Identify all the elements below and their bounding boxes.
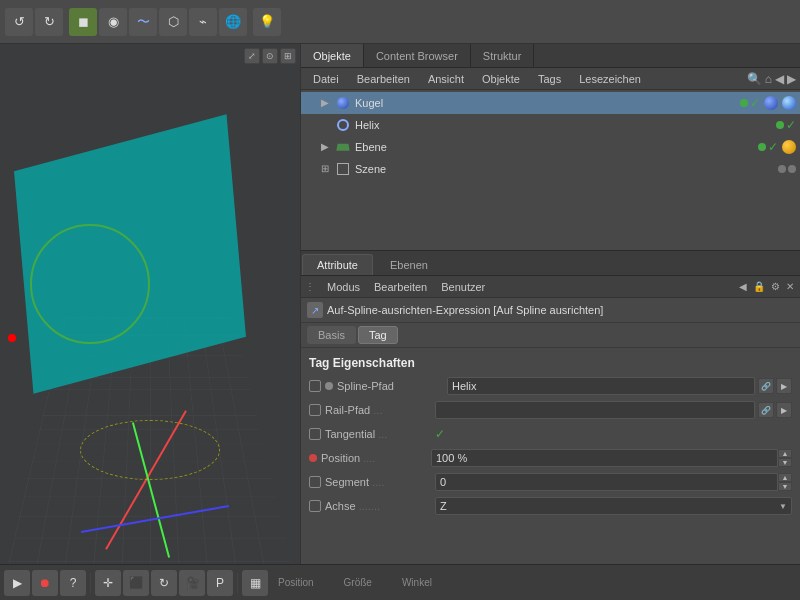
select-achse-value: Z xyxy=(440,500,447,512)
expand-icon-helix xyxy=(321,119,333,131)
spin-up-position[interactable]: ▲ xyxy=(778,449,792,458)
basis-tab-tag[interactable]: Tag xyxy=(358,326,398,344)
sphere-icon[interactable]: ◉ xyxy=(99,8,127,36)
objects-list: ▶ Kugel ✓ Helix xyxy=(301,90,800,250)
spin-up-segment[interactable]: ▲ xyxy=(778,473,792,482)
home-icon[interactable]: ⌂ xyxy=(765,72,772,86)
object-name-helix: Helix xyxy=(355,119,776,131)
move-icon[interactable]: ✛ xyxy=(95,570,121,596)
bottom-sep-2 xyxy=(237,573,238,593)
checkbox-segment[interactable] xyxy=(309,476,321,488)
nav-back-icon[interactable]: ◀ xyxy=(775,72,784,86)
flag-visible-kugel xyxy=(740,99,748,107)
expr-title: ↗ Auf-Spline-ausrichten-Expression [Auf … xyxy=(301,298,800,323)
viewport-cam-icon[interactable]: ⊙ xyxy=(262,48,278,64)
nav-forward-icon[interactable]: ▶ xyxy=(787,72,796,86)
deform-icon[interactable]: ⌁ xyxy=(189,8,217,36)
btns-rail-pfad: 🔗 ▶ xyxy=(758,402,792,418)
tab-struktur[interactable]: Struktur xyxy=(471,44,535,67)
prop-row-segment: Segment .... ▲ ▼ xyxy=(301,470,800,494)
object-row-helix[interactable]: Helix ✓ xyxy=(301,114,800,136)
attr-toolbar: ⋮ Modus Bearbeiten Benutzer ◀ 🔒 ⚙ ✕ xyxy=(301,276,800,298)
main-layout: ⤢ ⊙ ⊞ 160 180 200 B ▶ Objekte Content Br… xyxy=(0,44,800,600)
segment-input-area: ▲ ▼ xyxy=(435,473,792,491)
value-tangential: ✓ xyxy=(435,427,445,441)
rotate-icon[interactable]: ↻ xyxy=(151,570,177,596)
menu-tags[interactable]: Tags xyxy=(530,71,569,87)
position-input-area: ▲ ▼ xyxy=(431,449,792,467)
btn-rail-link[interactable]: 🔗 xyxy=(758,402,774,418)
scale-icon[interactable]: ⬛ xyxy=(123,570,149,596)
label-spline-pfad: Spline-Pfad xyxy=(337,380,447,392)
basis-tab-basis[interactable]: Basis xyxy=(307,326,356,344)
light-icon[interactable]: 💡 xyxy=(253,8,281,36)
btn-rail-arrow[interactable]: ▶ xyxy=(776,402,792,418)
object-row-ebene[interactable]: ▶ Ebene ✓ xyxy=(301,136,800,158)
tab-attribute[interactable]: Attribute xyxy=(302,254,373,275)
menu-datei[interactable]: Datei xyxy=(305,71,347,87)
spline-icon[interactable]: 〜 xyxy=(129,8,157,36)
redo-icon[interactable]: ↻ xyxy=(35,8,63,36)
checkbox-rail-pfad[interactable] xyxy=(309,404,321,416)
checkbox-achse[interactable] xyxy=(309,500,321,512)
attr-menu-bearbeiten[interactable]: Bearbeiten xyxy=(368,281,433,293)
prop-row-tangential: Tangential ... ✓ xyxy=(301,422,800,446)
object-flags-szene xyxy=(778,165,796,173)
value-rail-pfad[interactable] xyxy=(435,401,755,419)
menu-lesezeichen[interactable]: Lesezeichen xyxy=(571,71,649,87)
spin-segment: ▲ ▼ xyxy=(778,473,792,491)
tab-content-browser[interactable]: Content Browser xyxy=(364,44,471,67)
attr-prev-btn[interactable]: ◀ xyxy=(737,281,749,292)
bottom-label-groesse: Größe xyxy=(344,577,372,588)
label-rail-pfad: Rail-Pfad ... xyxy=(325,404,435,416)
btn-spline-link[interactable]: 🔗 xyxy=(758,378,774,394)
viewport-move-icon[interactable]: ⤢ xyxy=(244,48,260,64)
cube-icon[interactable]: ◼ xyxy=(69,8,97,36)
tab-ebenen[interactable]: Ebenen xyxy=(375,254,443,275)
flag-check-helix: ✓ xyxy=(786,118,796,132)
attr-menu-benutzer[interactable]: Benutzer xyxy=(435,281,491,293)
question-icon[interactable]: ? xyxy=(60,570,86,596)
flag-visible-ebene xyxy=(758,143,766,151)
key-icon[interactable]: P xyxy=(207,570,233,596)
menu-objekte[interactable]: Objekte xyxy=(474,71,528,87)
object-row-szene[interactable]: ⊞ Szene xyxy=(301,158,800,180)
spin-down-position[interactable]: ▼ xyxy=(778,458,792,467)
camera2-icon[interactable]: 🎥 xyxy=(179,570,205,596)
checkbox-spline-pfad[interactable] xyxy=(309,380,321,392)
object-row-kugel[interactable]: ▶ Kugel ✓ xyxy=(301,92,800,114)
expand-icon-szene: ⊞ xyxy=(321,163,333,175)
label-achse: Achse ....... xyxy=(325,500,435,512)
undo-icon[interactable]: ↺ xyxy=(5,8,33,36)
select-achse[interactable]: Z ▼ xyxy=(435,497,792,515)
btn-spline-arrow[interactable]: ▶ xyxy=(776,378,792,394)
viewport-zoom-icon[interactable]: ⊞ xyxy=(280,48,296,64)
attr-panel: ⋮ Modus Bearbeiten Benutzer ◀ 🔒 ⚙ ✕ ↗ Au… xyxy=(301,276,800,600)
search-icon[interactable]: 🔍 xyxy=(747,72,762,86)
bottom-toolbar: ▶ ⏺ ? ✛ ⬛ ↻ 🎥 P ▦ Position Größe Winkel xyxy=(0,564,800,600)
attr-settings-btn[interactable]: ⚙ xyxy=(769,281,782,292)
attr-menu-modus[interactable]: Modus xyxy=(321,281,366,293)
menu-bearbeiten[interactable]: Bearbeiten xyxy=(349,71,418,87)
menu-ansicht[interactable]: Ansicht xyxy=(420,71,472,87)
grid-icon[interactable]: ▦ xyxy=(242,570,268,596)
viewport[interactable]: ⤢ ⊙ ⊞ 160 180 200 B ▶ xyxy=(0,44,300,600)
tab-objekte[interactable]: Objekte xyxy=(301,44,364,67)
tag-section-title: Tag Eigenschaften xyxy=(301,352,800,374)
scene-icon[interactable]: 🌐 xyxy=(219,8,247,36)
input-segment[interactable] xyxy=(435,473,778,491)
object-name-kugel: Kugel xyxy=(355,97,740,109)
objects-menu-bar: Datei Bearbeiten Ansicht Objekte Tags Le… xyxy=(301,68,800,90)
attr-lock-btn[interactable]: 🔒 xyxy=(751,281,767,292)
nurbs-icon[interactable]: ⬡ xyxy=(159,8,187,36)
checkbox-tangential[interactable] xyxy=(309,428,321,440)
value-spline-pfad[interactable]: Helix xyxy=(447,377,755,395)
input-position[interactable] xyxy=(431,449,778,467)
flag-dot1-szene xyxy=(778,165,786,173)
spin-down-segment[interactable]: ▼ xyxy=(778,482,792,491)
prop-row-position: Position .... ▲ ▼ xyxy=(301,446,800,470)
play-icon[interactable]: ▶ xyxy=(4,570,30,596)
record-icon[interactable]: ⏺ xyxy=(32,570,58,596)
attr-arrows: ◀ 🔒 ⚙ ✕ xyxy=(737,281,796,292)
attr-close-btn[interactable]: ✕ xyxy=(784,281,796,292)
